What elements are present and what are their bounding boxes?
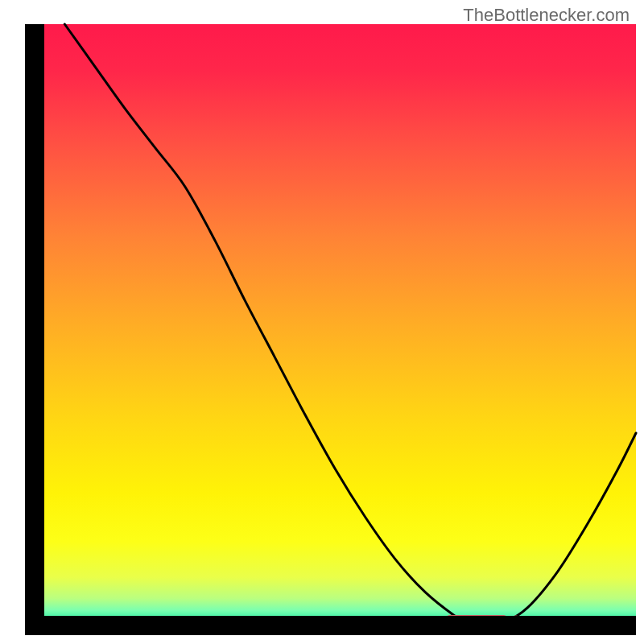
watermark-text: TheBottlenecker.com	[463, 5, 630, 26]
chart-background	[35, 24, 636, 625]
bottleneck-chart	[0, 0, 644, 644]
chart-container: TheBottlenecker.com	[0, 0, 644, 644]
